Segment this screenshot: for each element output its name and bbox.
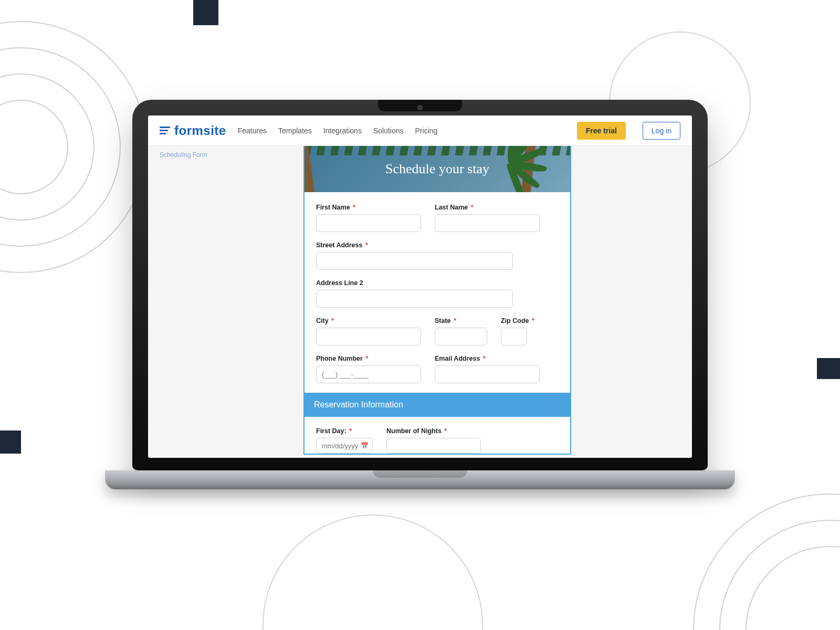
nav-integrations[interactable]: Integrations: [323, 127, 362, 135]
label-phone: Phone Number: [316, 355, 363, 362]
nav-templates[interactable]: Templates: [278, 127, 312, 135]
label-city: City: [316, 317, 329, 324]
street-input[interactable]: [316, 252, 513, 270]
calendar-icon[interactable]: 📅: [361, 442, 369, 449]
phone-input[interactable]: [316, 365, 421, 383]
label-state: State: [435, 317, 451, 324]
decor-square-right: [817, 358, 840, 379]
city-input[interactable]: [316, 328, 421, 345]
login-button[interactable]: Log in: [643, 122, 680, 140]
laptop-screen: formsite Features Templates Integrations…: [148, 116, 692, 458]
logo-icon: [160, 127, 170, 134]
free-trial-button[interactable]: Free trial: [577, 122, 626, 140]
form-hero: Schedule your stay: [304, 146, 570, 192]
page-body: Scheduling Form Schedule your stay First…: [148, 146, 692, 458]
required-mark: *: [353, 204, 355, 211]
brand-logo[interactable]: formsite: [160, 123, 226, 138]
nav-pricing[interactable]: Pricing: [415, 127, 438, 135]
laptop-base: [105, 470, 735, 489]
bg-circles-top-left: [0, 21, 147, 273]
label-first-name: First Name: [316, 204, 350, 211]
email-input[interactable]: [435, 365, 540, 383]
form-hero-title: Schedule your stay: [385, 161, 489, 177]
sidebar-current-item[interactable]: Scheduling Form: [160, 151, 207, 159]
nav-solutions[interactable]: Solutions: [373, 127, 404, 135]
section-reservation-header: Reservation Information: [304, 393, 570, 417]
bg-circles-bottom-right: [693, 494, 840, 630]
state-input[interactable]: [435, 328, 487, 345]
brand-name: formsite: [174, 123, 226, 138]
decor-square-top: [193, 0, 218, 25]
zip-input[interactable]: [501, 328, 527, 345]
nights-input[interactable]: [386, 438, 481, 454]
label-street: Street Address: [316, 242, 362, 249]
laptop-mockup: formsite Features Templates Integrations…: [132, 100, 708, 504]
site-header: formsite Features Templates Integrations…: [148, 116, 692, 146]
form-preview: Schedule your stay First Name * Last Nam…: [303, 146, 571, 455]
label-last-name: Last Name: [435, 204, 468, 211]
label-nights: Number of Nights: [386, 427, 442, 435]
label-email: Email Address: [435, 355, 480, 362]
nav-features[interactable]: Features: [238, 127, 267, 135]
label-zip: Zip Code: [501, 317, 529, 324]
camera-icon: [417, 105, 423, 110]
label-street2: Address Line 2: [316, 279, 363, 287]
street2-input[interactable]: [316, 290, 513, 308]
decor-square-left: [0, 430, 21, 454]
first-name-input[interactable]: [316, 214, 421, 232]
primary-nav: Features Templates Integrations Solution…: [238, 127, 438, 135]
last-name-input[interactable]: [435, 214, 540, 232]
bg-circle-bottom-middle: [262, 514, 483, 630]
label-first-day: First Day:: [316, 427, 346, 435]
